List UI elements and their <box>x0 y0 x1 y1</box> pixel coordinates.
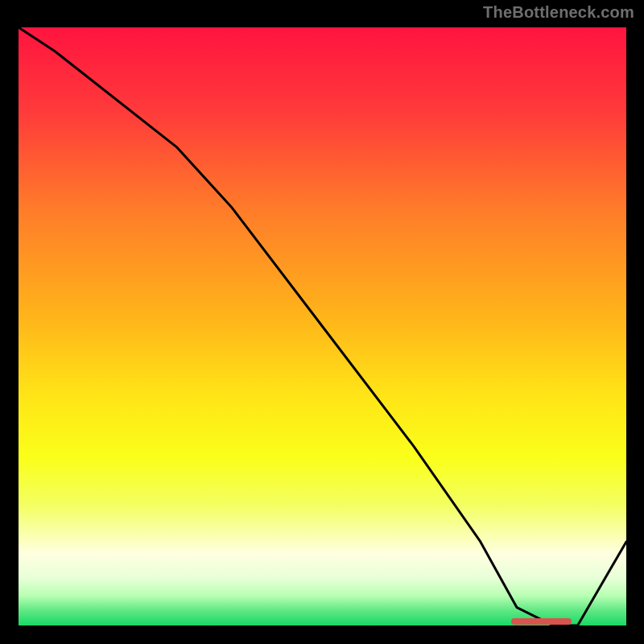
plot-frame <box>15 24 630 629</box>
optimal-range-marker <box>511 618 572 625</box>
series-curve <box>19 27 626 625</box>
chart-canvas: TheBottleneck.com <box>0 0 644 644</box>
plot-area <box>19 27 626 625</box>
attribution-text: TheBottleneck.com <box>483 3 634 22</box>
